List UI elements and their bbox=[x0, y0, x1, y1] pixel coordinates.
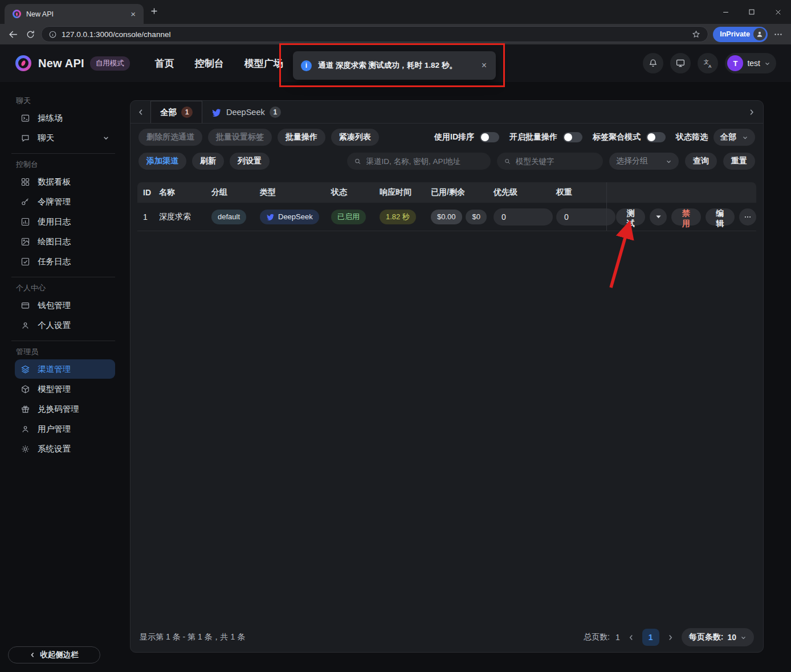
next-page-icon[interactable] bbox=[665, 632, 676, 644]
sidebar-divider bbox=[11, 153, 115, 154]
sidebar-item-users[interactable]: 用户管理 bbox=[15, 419, 115, 439]
page-size-select[interactable]: 每页条数: 10 bbox=[682, 628, 754, 646]
sidebar-item-models[interactable]: 模型管理 bbox=[15, 379, 115, 399]
batch-toolbar: 删除所选通道 批量设置标签 批量操作 紧凑列表 使用ID排序 开启批量操作 标签… bbox=[131, 124, 763, 150]
previous-page-icon[interactable] bbox=[626, 632, 637, 644]
ellipsis-icon bbox=[744, 213, 752, 221]
page-number-button[interactable]: 1 bbox=[642, 629, 659, 646]
tab-deepseek[interactable]: DeepSeek 1 bbox=[202, 101, 290, 123]
tabs-scroll-right-icon[interactable] bbox=[740, 101, 763, 123]
sidebar-section-admin: 管理员 bbox=[16, 347, 115, 357]
grid-icon bbox=[21, 177, 30, 187]
cell-weight: 0 bbox=[556, 208, 606, 226]
chevron-down-icon bbox=[742, 135, 748, 140]
sidebar-item-channels[interactable]: 渠道管理 bbox=[15, 359, 115, 379]
sidebar-item-wallet[interactable]: 钱包管理 bbox=[15, 296, 115, 315]
chevron-down-icon bbox=[740, 635, 747, 640]
url-input[interactable] bbox=[62, 30, 687, 39]
sidebar-item-system-settings[interactable]: 系统设置 bbox=[15, 439, 115, 458]
disable-button[interactable]: 禁用 bbox=[671, 208, 700, 226]
channel-table: ID 名称 分组 类型 状态 响应时间 已用/剩余 优先级 权重 1 深度求索 … bbox=[137, 182, 756, 231]
batch-mode-toggle[interactable] bbox=[563, 132, 582, 142]
notification-bell-icon[interactable] bbox=[643, 53, 663, 73]
person-icon bbox=[21, 424, 30, 434]
check-square-icon bbox=[21, 257, 30, 267]
nav-model-square[interactable]: 模型广场 bbox=[244, 57, 283, 70]
sidebar-item-redemption[interactable]: 兑换码管理 bbox=[15, 399, 115, 419]
search-icon bbox=[504, 157, 511, 166]
toast-close-icon[interactable]: × bbox=[480, 60, 488, 71]
sidebar: 聊天 操练场 聊天 控制台 数据看板 令牌管理 使用日志 绘图日志 任务日志 个… bbox=[0, 82, 123, 672]
address-bar[interactable] bbox=[41, 26, 708, 42]
sidebar-item-tokens[interactable]: 令牌管理 bbox=[15, 192, 115, 211]
add-channel-button[interactable]: 添加渠道 bbox=[138, 153, 186, 170]
site-info-icon[interactable] bbox=[48, 30, 57, 39]
edit-button[interactable]: 编辑 bbox=[706, 208, 735, 226]
sidebar-item-usage-logs[interactable]: 使用日志 bbox=[15, 212, 115, 231]
tabs-scroll-left-icon[interactable] bbox=[131, 101, 150, 123]
channel-search-input[interactable] bbox=[366, 157, 484, 166]
close-window-button[interactable] bbox=[765, 0, 791, 24]
newapi-logo bbox=[15, 55, 32, 72]
browser-tab[interactable]: New API × bbox=[5, 4, 144, 24]
used-badge: $0.00 bbox=[431, 210, 462, 224]
chevron-down-icon bbox=[764, 61, 770, 66]
user-menu[interactable]: T test bbox=[725, 53, 776, 73]
layers-icon bbox=[21, 364, 30, 374]
person-icon bbox=[21, 321, 30, 330]
sidebar-item-dashboard[interactable]: 数据看板 bbox=[15, 172, 115, 191]
query-button[interactable]: 查询 bbox=[685, 153, 717, 170]
profile-avatar-icon bbox=[753, 28, 766, 40]
browser-menu-icon[interactable] bbox=[772, 28, 784, 40]
sidebar-item-task-logs[interactable]: 任务日志 bbox=[15, 252, 115, 271]
theme-display-icon[interactable] bbox=[670, 53, 691, 73]
inprivate-badge[interactable]: InPrivate bbox=[713, 27, 768, 42]
wallet-icon bbox=[21, 301, 30, 310]
id-sort-label: 使用ID排序 bbox=[434, 132, 474, 142]
minimize-button[interactable] bbox=[712, 0, 739, 24]
more-actions-button[interactable] bbox=[739, 208, 756, 226]
reset-button[interactable]: 重置 bbox=[723, 153, 755, 170]
status-filter-select[interactable]: 全部 bbox=[713, 129, 755, 146]
compact-list-button[interactable]: 紧凑列表 bbox=[331, 129, 379, 146]
favorite-star-icon[interactable] bbox=[691, 30, 701, 39]
model-search-input[interactable] bbox=[516, 157, 596, 166]
sidebar-item-chat[interactable]: 聊天 bbox=[15, 128, 115, 147]
image-icon bbox=[21, 237, 30, 247]
tab-all[interactable]: 全部 1 bbox=[150, 101, 202, 123]
tag-mode-toggle[interactable] bbox=[646, 132, 666, 142]
nav-console[interactable]: 控制台 bbox=[195, 57, 224, 70]
nav-home[interactable]: 首页 bbox=[155, 57, 174, 70]
refresh-button[interactable]: 刷新 bbox=[192, 153, 224, 170]
response-time-badge[interactable]: 1.82 秒 bbox=[380, 210, 416, 224]
test-button[interactable]: 测试 bbox=[616, 208, 645, 226]
tab-close-icon[interactable]: × bbox=[128, 9, 138, 19]
cell-priority: 0 bbox=[494, 208, 556, 226]
model-search-box bbox=[497, 153, 603, 170]
tag-mode-label: 标签聚合模式 bbox=[593, 132, 641, 142]
priority-input[interactable]: 0 bbox=[494, 208, 553, 226]
language-translate-icon[interactable]: 文A bbox=[698, 53, 718, 73]
chat-bubble-icon bbox=[21, 133, 30, 143]
new-tab-button[interactable] bbox=[149, 6, 159, 16]
reload-icon[interactable] bbox=[25, 28, 36, 40]
cell-group: default bbox=[211, 210, 260, 224]
sidebar-item-personal-settings[interactable]: 个人设置 bbox=[15, 315, 115, 335]
sidebar-item-playground[interactable]: 操练场 bbox=[15, 108, 115, 128]
group-select[interactable]: 选择分组 bbox=[609, 153, 679, 170]
maximize-button[interactable] bbox=[739, 0, 765, 24]
test-dropdown-button[interactable] bbox=[650, 208, 667, 226]
sidebar-section-chat: 聊天 bbox=[16, 96, 115, 106]
batch-ops-button[interactable]: 批量操作 bbox=[278, 129, 325, 146]
column-settings-button[interactable]: 列设置 bbox=[230, 153, 270, 170]
cell-name: 深度求索 bbox=[159, 212, 211, 222]
browser-titlebar: New API × bbox=[0, 0, 791, 24]
user-name: test bbox=[747, 59, 760, 68]
sidebar-item-drawing-logs[interactable]: 绘图日志 bbox=[15, 232, 115, 251]
batch-tag-button[interactable]: 批量设置标签 bbox=[208, 129, 272, 146]
collapse-sidebar-button[interactable]: 收起侧边栏 bbox=[8, 646, 100, 663]
type-tag: DeepSeek bbox=[260, 210, 319, 224]
delete-selected-button[interactable]: 删除所选通道 bbox=[138, 129, 202, 146]
id-sort-toggle[interactable] bbox=[480, 132, 499, 142]
back-icon[interactable] bbox=[7, 28, 20, 41]
